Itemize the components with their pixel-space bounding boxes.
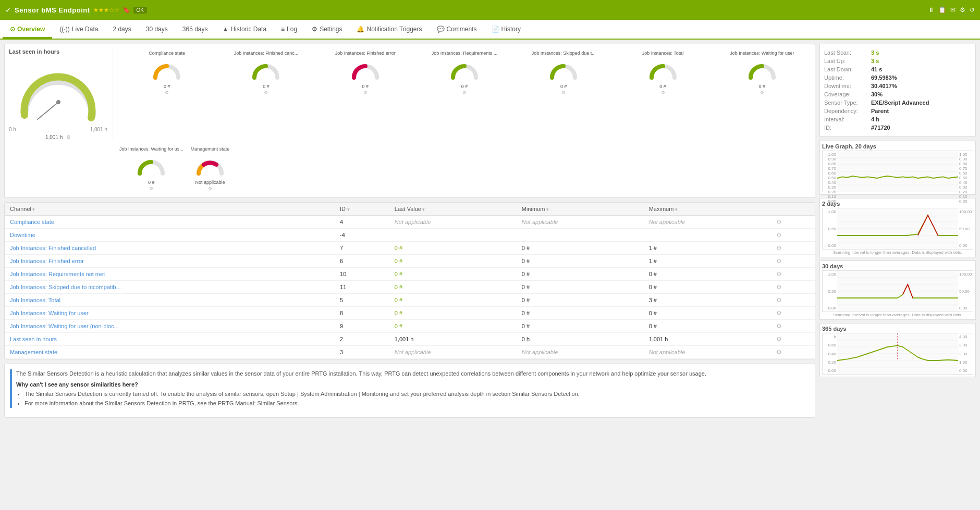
row-gear-icon[interactable]: ⚙ — [776, 296, 782, 304]
mini-gauge-settings-3[interactable]: ⚙ — [462, 90, 467, 95]
cell-gear[interactable]: ⚙ — [771, 216, 815, 229]
col-maximum[interactable]: Maximum — [644, 203, 771, 216]
cell-gear[interactable]: ⚙ — [771, 333, 815, 346]
row-gear-icon[interactable]: ⚙ — [776, 231, 782, 239]
col-channel[interactable]: Channel — [5, 203, 335, 216]
bookmark-icon[interactable]: 🔖 — [123, 6, 130, 14]
cell-channel[interactable]: Job Instances: Total — [5, 294, 335, 307]
table-row: Job Instances: Skipped due to incompatib… — [5, 281, 815, 294]
last-seen-panel: Last seen in hours 0 h — [9, 48, 113, 140]
cell-id: -4 — [335, 229, 389, 242]
cell-gear[interactable]: ⚙ — [771, 268, 815, 281]
row-gear-icon[interactable]: ⚙ — [776, 283, 782, 291]
mini-chart-svg-3 — [837, 333, 958, 374]
tab-live-data[interactable]: ((·)) Live Data — [52, 21, 105, 39]
tab-365days[interactable]: 365 days — [175, 21, 215, 39]
mini-chart-header-3: 365 days — [822, 326, 973, 332]
mini-chart-area-3[interactable]: h0.600.400.200.00 4.003.002.001.000.00 — [822, 333, 973, 375]
row-gear-icon[interactable]: ⚙ — [776, 257, 782, 265]
tab-30days[interactable]: 30 days — [139, 21, 175, 39]
mini-gauge-svg-3 — [449, 57, 480, 83]
cell-last-value: 0 # — [389, 242, 517, 255]
cell-maximum: 0 # — [644, 320, 771, 333]
row-gear-icon[interactable]: ⚙ — [776, 335, 782, 343]
mini-chart-area-2[interactable]: 1.000.500.00 100.0050.000.00 — [822, 270, 973, 312]
row-gear-icon[interactable]: ⚙ — [776, 322, 782, 330]
mini-gauge-r2-val-0: 0 # — [119, 180, 183, 185]
mini-gauge-svg-2 — [350, 57, 381, 83]
cell-gear[interactable]: ⚙ — [771, 346, 815, 359]
cell-gear[interactable]: ⚙ — [771, 320, 815, 333]
mini-chart-svg-1 — [837, 208, 958, 249]
gauge-arc-svg — [14, 58, 103, 126]
cell-channel[interactable]: Job Instances: Waiting for user — [5, 307, 335, 320]
email-icon[interactable]: ✉ — [950, 6, 956, 14]
cell-channel[interactable]: Job Instances: Finished cancelled — [5, 242, 335, 255]
col-last-value[interactable]: Last Value — [389, 203, 517, 216]
gauge-values: 0 h 1,001 h — [9, 127, 107, 132]
cell-channel[interactable]: Job Instances: Waiting for user (non-blo… — [5, 320, 335, 333]
row-gear-icon[interactable]: ⚙ — [776, 349, 782, 356]
mini-gauge-settings-2[interactable]: ⚙ — [363, 90, 368, 95]
cell-channel[interactable]: Downtime — [5, 229, 335, 242]
cell-minimum: 0 # — [517, 320, 644, 333]
tab-notification[interactable]: 🔔 Notification Triggers — [349, 21, 429, 39]
cell-gear[interactable]: ⚙ — [771, 229, 815, 242]
cell-channel[interactable]: Job Instances: Finished error — [5, 255, 335, 268]
mini-chart-area-1[interactable]: 1.000.500.00 100.0050.000.00 — [822, 208, 973, 250]
cell-channel[interactable]: Last seen in hours — [5, 333, 335, 346]
data-table-card: Channel ID Last Value Minimum Maximum Co… — [4, 202, 815, 359]
mini-gauge-r2-title-0: Job Instances: Waiting for us... — [119, 146, 183, 152]
tab-2days[interactable]: 2 days — [105, 21, 138, 39]
tab-overview[interactable]: ⊙ Overview — [3, 21, 52, 39]
mini-gauge-0: Compliance state 0 # ⚙ — [118, 48, 215, 140]
gear-icon[interactable]: ⚙ — [960, 6, 965, 14]
mini-gauge-title-3: Job Instances: Requirements ... — [417, 51, 512, 56]
mini-gauge-settings-1[interactable]: ⚙ — [264, 90, 268, 95]
row-gear-icon[interactable]: ⚙ — [776, 218, 782, 226]
tab-history[interactable]: 📄 History — [484, 21, 528, 39]
info-interval: Interval: 4 h — [824, 115, 971, 123]
mini-chart-note-2: Scanning interval is longer than average… — [822, 313, 973, 317]
col-minimum[interactable]: Minimum — [517, 203, 644, 216]
mini-gauge-r2-settings-1[interactable]: ⚙ — [208, 186, 212, 191]
mini-gauge-settings-4[interactable]: ⚙ — [561, 90, 566, 95]
info-id: ID: #71720 — [824, 123, 971, 132]
mini-gauge-settings-5[interactable]: ⚙ — [661, 90, 665, 95]
similar-sensors-more-info: For more information about the Similar S… — [24, 399, 810, 408]
mini-chart-inner-1 — [837, 208, 958, 249]
cell-gear[interactable]: ⚙ — [771, 307, 815, 320]
refresh-icon[interactable]: ↺ — [970, 6, 975, 14]
similar-sensors-reason: The Similar Sensors Detection is current… — [24, 390, 810, 399]
gauges-row2: Job Instances: Waiting for us... 0 # ⚙ M… — [5, 144, 815, 197]
row-gear-icon[interactable]: ⚙ — [776, 309, 782, 317]
clipboard-icon[interactable]: 📋 — [938, 6, 946, 14]
cell-channel[interactable]: Compliance state — [5, 216, 335, 229]
cell-gear[interactable]: ⚙ — [771, 242, 815, 255]
left-panel: Last seen in hours 0 h — [4, 44, 815, 418]
gauge-settings-icon[interactable]: ⚙ — [66, 134, 71, 140]
mini-chart-area-0[interactable]: 1.000.900.800.700.600.500.400.300.200.10… — [822, 151, 973, 192]
cell-channel[interactable]: Management state — [5, 346, 335, 359]
cell-gear[interactable]: ⚙ — [771, 281, 815, 294]
cell-maximum: Not applicable — [644, 216, 771, 229]
mini-gauge-settings-6[interactable]: ⚙ — [760, 90, 764, 95]
cell-gear[interactable]: ⚙ — [771, 255, 815, 268]
gauges-card: Last seen in hours 0 h — [4, 44, 815, 198]
pause-icon[interactable]: ⏸ — [928, 6, 934, 14]
mini-gauge-svg-0 — [151, 57, 182, 83]
tab-comments[interactable]: 💬 Comments — [430, 21, 484, 39]
row-gear-icon[interactable]: ⚙ — [776, 244, 782, 252]
row-gear-icon[interactable]: ⚙ — [776, 270, 782, 278]
mini-gauge-settings-0[interactable]: ⚙ — [165, 90, 169, 95]
tab-settings[interactable]: ⚙ Settings — [304, 21, 349, 39]
tab-log[interactable]: ≡ Log — [274, 21, 304, 39]
table-row: Last seen in hours 2 1,001 h 0 h 1,001 h… — [5, 333, 815, 346]
cell-gear[interactable]: ⚙ — [771, 294, 815, 307]
col-id[interactable]: ID — [335, 203, 389, 216]
tab-historic[interactable]: ▲ Historic Data — [215, 21, 274, 39]
mini-gauge-r2-settings-0[interactable]: ⚙ — [149, 186, 153, 191]
cell-channel[interactable]: Job Instances: Requirements not met — [5, 268, 335, 281]
cell-channel[interactable]: Job Instances: Skipped due to incompatib… — [5, 281, 335, 294]
cell-minimum: 0 # — [517, 242, 644, 255]
